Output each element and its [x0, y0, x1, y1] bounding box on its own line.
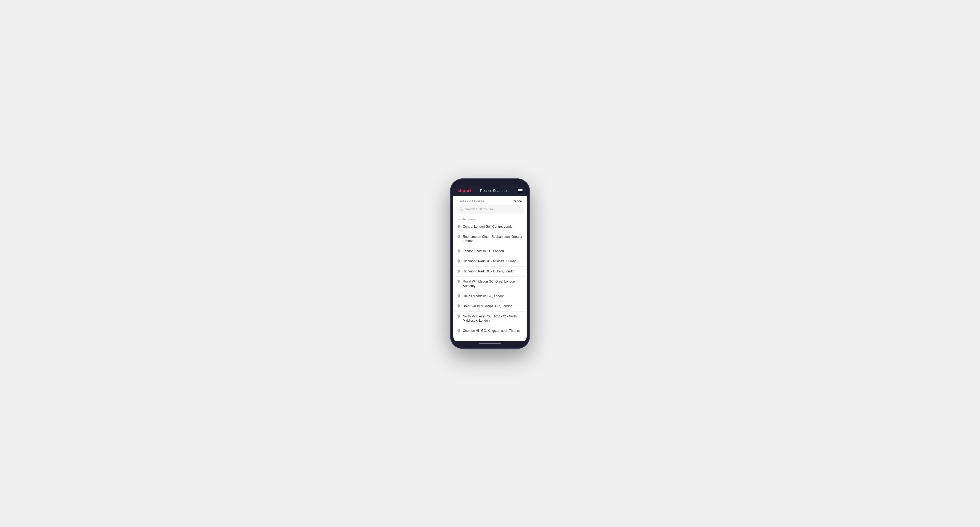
- list-item[interactable]: Royal Wimbledon GC, Great London Authori…: [453, 277, 527, 291]
- location-pin-icon: [458, 249, 460, 254]
- location-pin-icon: [458, 305, 460, 309]
- phone-screen: clippd Recent Searches Find a Golf Cours…: [453, 182, 527, 346]
- main-content: Find a Golf Course Cancel Nearby: [453, 196, 527, 341]
- list-item[interactable]: London Scottish GC, London: [453, 246, 527, 256]
- hamburger-line-3: [518, 192, 522, 192]
- course-name: Richmond Park GC - Prince's, Surrey: [463, 259, 515, 264]
- search-box: [457, 205, 523, 214]
- course-name: Coombe Hill GC, Kingston upon Thames: [463, 329, 521, 333]
- search-icon: [460, 208, 463, 211]
- list-item[interactable]: Central London Golf Centre, London: [453, 222, 527, 232]
- app-logo: clippd: [458, 188, 471, 194]
- list-item[interactable]: North Middlesex GC (1011942 - North Midd…: [453, 311, 527, 326]
- course-list: Central London Golf Centre, London Roeha…: [453, 222, 527, 337]
- list-item[interactable]: Dukes Meadows GC, London: [453, 291, 527, 302]
- location-pin-icon: [458, 314, 460, 319]
- menu-button[interactable]: [518, 189, 522, 192]
- list-item[interactable]: Roehampton Club - Roehampton, Greater Lo…: [453, 232, 527, 247]
- location-pin-icon: [458, 294, 460, 298]
- find-header: Find a Golf Course Cancel: [453, 196, 527, 205]
- home-indicator: [453, 341, 527, 346]
- course-name: Dukes Meadows GC, London: [463, 294, 505, 298]
- course-name: London Scottish GC, London: [463, 249, 504, 254]
- nav-title: Recent Searches: [480, 189, 508, 193]
- hamburger-line-1: [518, 189, 522, 190]
- nearby-label: Nearby courses: [453, 216, 527, 222]
- location-pin-icon: [458, 235, 460, 239]
- list-item[interactable]: Brent Valley Municipal GC, London: [453, 302, 527, 311]
- location-pin-icon: [458, 225, 460, 229]
- location-pin-icon: [458, 329, 460, 333]
- find-title: Find a Golf Course: [458, 200, 484, 203]
- search-container: [453, 205, 527, 216]
- course-name: Central London Golf Centre, London: [463, 224, 514, 229]
- list-item[interactable]: Richmond Park GC - Prince's, Surrey: [453, 256, 527, 267]
- notch: [479, 182, 501, 187]
- list-item[interactable]: Coombe Hill GC, Kingston upon Thames: [453, 326, 527, 336]
- status-bar: [453, 182, 527, 185]
- location-pin-icon: [458, 270, 460, 274]
- course-name: Royal Wimbledon GC, Great London Authori…: [463, 279, 522, 288]
- home-bar: [479, 343, 501, 344]
- svg-line-1: [462, 210, 463, 210]
- phone-device: clippd Recent Searches Find a Golf Cours…: [450, 178, 530, 349]
- top-navigation: clippd Recent Searches: [453, 185, 527, 196]
- course-name: Brent Valley Municipal GC, London: [463, 304, 512, 309]
- list-item[interactable]: Richmond Park GC - Duke's, London: [453, 267, 527, 277]
- cancel-button[interactable]: Cancel: [513, 200, 522, 203]
- location-pin-icon: [458, 279, 460, 284]
- search-input[interactable]: [465, 208, 520, 211]
- nearby-section[interactable]: Nearby courses Central London Golf Centr…: [453, 216, 527, 341]
- svg-point-0: [460, 208, 462, 210]
- location-pin-icon: [458, 259, 460, 264]
- course-name: Richmond Park GC - Duke's, London: [463, 269, 515, 274]
- hamburger-line-2: [518, 190, 522, 191]
- course-name: North Middlesex GC (1011942 - North Midd…: [463, 314, 522, 323]
- course-name: Roehampton Club - Roehampton, Greater Lo…: [463, 235, 522, 244]
